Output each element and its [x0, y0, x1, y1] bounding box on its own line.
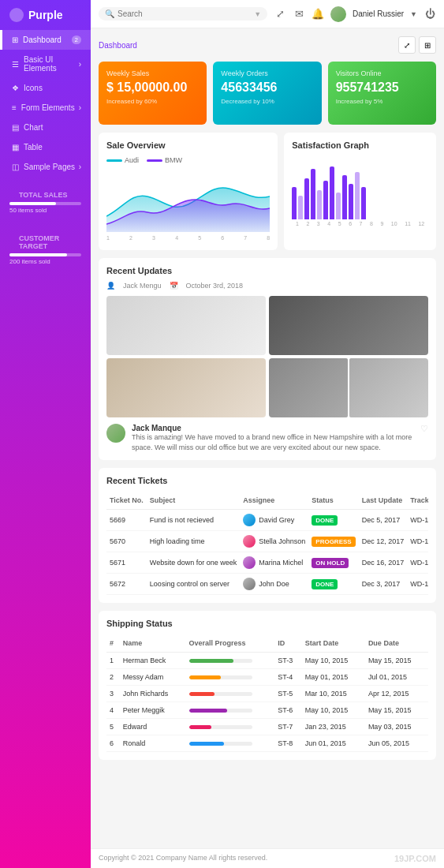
ship-id: ST-7 — [274, 719, 302, 735]
col-tracking: Tracking ID — [407, 492, 428, 510]
meeting-image-a — [269, 358, 348, 417]
sat-bar-6 — [323, 181, 328, 219]
assignee-avatar — [243, 578, 256, 590]
ship-due: May 15, 2015 — [365, 702, 428, 719]
weekly-sales-label: Weekly Sales — [106, 69, 199, 77]
expand-view-button[interactable]: ⤢ — [398, 36, 416, 54]
customer-target-progress-bg — [9, 253, 81, 256]
ticket-last-update: Dec 5, 2017 — [359, 510, 408, 531]
area-chart-x-axis: 12345678 — [106, 234, 270, 242]
ticket-assignee: John Doe — [240, 574, 308, 595]
satisfaction-bars — [292, 156, 428, 219]
assignee-name: David Grey — [259, 516, 294, 524]
ship-progress — [186, 653, 275, 669]
office-image — [106, 358, 266, 417]
ship-start: Mar 10, 2015 — [302, 686, 365, 702]
ticket-status: DONE — [308, 574, 358, 595]
ticket-subject: Website down for one week — [147, 552, 240, 574]
sidebar-label-sample: Sample Pages — [24, 163, 75, 171]
customer-target-section: Customer Target 200 items sold — [0, 220, 91, 271]
assignee-avatar — [243, 556, 256, 569]
user-name[interactable]: Daniel Russier — [353, 9, 404, 18]
sat-bar-10 — [349, 184, 353, 219]
progress-bar-fill — [189, 742, 224, 746]
sidebar-item-dashboard[interactable]: ⊞ Dashboard 2 — [0, 30, 91, 50]
progress-bar-bg — [189, 659, 252, 663]
progress-bar-bg — [189, 675, 252, 679]
search-icon: 🔍 — [105, 9, 114, 18]
main-content: 🔍 ▼ ⤢ ✉ 🔔 Daniel Russier ▼ ⏻ Dashboard ⤢… — [91, 0, 444, 868]
legend-bmw-label: BMW — [165, 156, 182, 164]
notification-icon[interactable]: 🔔 — [312, 8, 324, 21]
ticket-status: ON HOLD — [308, 552, 358, 574]
table-row: 5669 Fund is not recieved David Grey DON… — [106, 510, 428, 531]
ship-name: Edward — [120, 719, 186, 735]
col-name: Name — [120, 634, 186, 653]
recent-tickets-title: Recent Tickets — [106, 476, 428, 485]
chevron-right-icon-form: › — [79, 103, 81, 112]
power-icon[interactable]: ⏻ — [423, 8, 436, 21]
expand-icon[interactable]: ⤢ — [274, 8, 286, 21]
progress-bar-bg — [189, 709, 252, 713]
ship-name: Herman Beck — [120, 653, 186, 669]
page-header: Dashboard ⤢ ⊞ — [99, 36, 436, 54]
search-bar[interactable]: 🔍 ▼ — [99, 7, 267, 21]
search-dropdown-icon: ▼ — [254, 10, 261, 18]
message-icon[interactable]: ✉ — [293, 8, 305, 21]
ship-num: 2 — [106, 669, 120, 686]
ticket-last-update: Dec 12, 2017 — [359, 531, 408, 552]
sidebar-label-icons: Icons — [24, 84, 43, 92]
ship-id: ST-8 — [274, 735, 302, 752]
search-input[interactable] — [118, 9, 251, 18]
dashboard-badge: 2 — [72, 36, 81, 44]
sat-bar-5 — [317, 190, 322, 220]
ship-start: Jan 23, 2015 — [302, 719, 365, 735]
sidebar-item-basic-ui[interactable]: ☰ Basic UI Elements › — [0, 50, 91, 78]
progress-bar-fill — [189, 709, 227, 713]
comment-avatar — [106, 424, 125, 443]
ship-num: 5 — [106, 719, 120, 735]
ticket-no: 5672 — [106, 574, 147, 595]
sat-x-labels: 123456789101112 — [292, 221, 428, 226]
customer-target-progress-fill — [9, 253, 67, 256]
sidebar-item-icons[interactable]: ❖ Icons — [0, 78, 91, 98]
col-id: ID — [274, 634, 302, 653]
sidebar-item-sample[interactable]: ◫ Sample Pages › — [0, 157, 91, 177]
home-button[interactable]: ⊞ — [419, 36, 436, 54]
ship-due: Apr 12, 2015 — [365, 686, 428, 702]
user-dropdown-icon[interactable]: ▼ — [410, 10, 417, 18]
progress-bar-fill — [189, 692, 215, 696]
sidebar-item-table[interactable]: ▦ Table — [0, 137, 91, 157]
chart-legend: Audi BMW — [106, 156, 270, 164]
ship-progress — [186, 735, 275, 752]
col-ticket-no: Ticket No. — [106, 492, 147, 510]
shipping-status-card: Shipping Status # Name Overall Progress … — [99, 611, 436, 760]
topbar: 🔍 ▼ ⤢ ✉ 🔔 Daniel Russier ▼ ⏻ — [91, 0, 444, 28]
sidebar-item-chart[interactable]: ▤ Chart — [0, 118, 91, 137]
update-date: October 3rd, 2018 — [186, 282, 244, 290]
ticket-subject: Fund is not recieved — [147, 510, 240, 531]
icons-icon: ❖ — [12, 84, 19, 92]
assignee-name: Marina Michel — [259, 559, 303, 567]
sale-overview-card: Sale Overview Audi BMW — [99, 133, 278, 250]
col-subject: Subject — [147, 492, 240, 510]
col-status: Status — [308, 492, 358, 510]
customer-target-label: Customer Target — [9, 226, 81, 253]
assignee-name: John Doe — [259, 580, 289, 588]
sidebar-item-form[interactable]: ≡ Form Elements › — [0, 98, 91, 118]
ticket-assignee: Stella Johnson — [240, 531, 308, 552]
table-row: 6 Ronald ST-8 Jun 01, 2015 Jun 05, 2015 — [106, 735, 428, 752]
status-badge: PROGRESS — [312, 537, 355, 547]
heart-icon[interactable]: ♡ — [420, 424, 428, 434]
sat-bar-12 — [361, 187, 366, 219]
weekly-sales-change: Increased by 60% — [106, 98, 199, 105]
ticket-subject: Loosing control on server — [147, 574, 240, 595]
update-meta: 👤 Jack Mengu 📅 October 3rd, 2018 — [106, 282, 428, 290]
ship-num: 4 — [106, 702, 120, 719]
sidebar-nav: ⊞ Dashboard 2 ☰ Basic UI Elements › ❖ Ic… — [0, 30, 91, 868]
sat-bar-9 — [342, 175, 347, 219]
stat-card-weekly-sales: Weekly Sales $ 15,00000.00 Increased by … — [99, 62, 207, 125]
ship-start: May 01, 2015 — [302, 669, 365, 686]
stat-card-weekly-orders: Weekly Orders 45633456 Decreased by 10% — [213, 62, 321, 125]
update-images-grid — [106, 296, 428, 417]
